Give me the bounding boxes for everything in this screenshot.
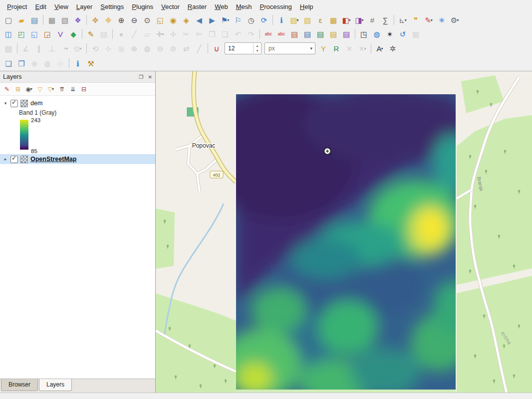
identify-features[interactable]: ℹ xyxy=(275,14,287,26)
spin-down-button[interactable]: ▾ xyxy=(254,48,261,53)
copy-style[interactable]: ❏ xyxy=(2,57,14,69)
common-angle-snapping-dropdown-arrow[interactable]: ▾ xyxy=(66,46,68,51)
new-print-layout[interactable]: ▦ xyxy=(46,14,58,26)
select-features-dropdown-arrow[interactable]: ▾ xyxy=(297,18,299,22)
new-geopackage-layer[interactable]: ◆ xyxy=(67,28,79,40)
open-data-source-manager[interactable]: ◫ xyxy=(2,28,14,40)
vertex-tool-dropdown-arrow[interactable]: ▾ xyxy=(162,32,164,36)
style-manager[interactable]: ❖ xyxy=(72,14,84,26)
pin-labels[interactable]: ▤ xyxy=(288,28,300,40)
pan-to-selection[interactable]: ✥ xyxy=(102,14,114,26)
layer-row-openstreetmap[interactable]: ▸ OpenStreetMap xyxy=(0,154,155,164)
add-raster-layer[interactable]: ◱ xyxy=(28,28,40,40)
plugin-reload[interactable]: ↺ xyxy=(397,28,409,40)
dem-expander-icon[interactable]: ▾ xyxy=(3,101,8,106)
dock-float-button[interactable]: ❐ xyxy=(139,74,143,80)
menu-layer[interactable]: Layer xyxy=(72,1,97,12)
zoom-to-selection[interactable]: ◉ xyxy=(167,14,179,26)
osm-layer-label[interactable]: OpenStreetMap xyxy=(30,156,76,163)
tab-browser[interactable]: Browser xyxy=(1,379,38,391)
menu-edit[interactable]: Edit xyxy=(31,1,50,12)
select-features[interactable]: ▧▾ xyxy=(288,14,300,26)
zoom-next[interactable]: ▶ xyxy=(206,14,218,26)
rotate-label[interactable]: ▤ xyxy=(327,28,339,40)
map-canvas[interactable]: 402 Popovac Branja Krčina xyxy=(156,71,532,393)
enable-snapping[interactable]: ∪ xyxy=(211,42,223,54)
zoom-out[interactable]: ⊖ xyxy=(128,14,140,26)
menu-vector[interactable]: Vector xyxy=(157,1,184,12)
menu-plugins[interactable]: Plugins xyxy=(128,1,157,12)
filter-by-expression-dropdown-arrow[interactable]: ▾ xyxy=(52,87,54,91)
move-label-tool[interactable]: Y xyxy=(317,42,329,54)
statistical-summary[interactable]: ∑ xyxy=(379,14,391,26)
manage-map-themes[interactable]: ◉▾ xyxy=(24,84,34,94)
measure[interactable]: ⊾▾ xyxy=(397,14,409,26)
new-spatial-bookmark[interactable]: ⚑▾ xyxy=(219,14,231,26)
add-vector-layer[interactable]: ◰ xyxy=(15,28,27,40)
move-label[interactable]: ▤ xyxy=(314,28,326,40)
spin-up-button[interactable]: ▴ xyxy=(254,43,261,48)
open-layer-styling-panel[interactable]: ✎ xyxy=(2,84,12,94)
osm-expander-icon[interactable]: ▸ xyxy=(3,157,8,162)
filter-legend[interactable]: ▽ xyxy=(35,84,45,94)
annotation-toolbar-dropdown-arrow[interactable]: ▾ xyxy=(431,18,433,22)
menu-web[interactable]: Web xyxy=(211,1,232,12)
deselect-features[interactable]: ▨ xyxy=(301,14,313,26)
clear-unplaced-labels-dropdown-arrow[interactable]: ▾ xyxy=(364,46,366,51)
change-label-properties[interactable]: ▤ xyxy=(340,28,352,40)
zoom-last[interactable]: ◀ xyxy=(193,14,205,26)
project-properties-wrench[interactable]: ⚒ xyxy=(85,57,97,69)
font-size-spinbox[interactable]: 12 ▴ ▾ xyxy=(225,42,262,54)
new-map-view[interactable]: ◧▾ xyxy=(340,14,352,26)
zoom-to-layer[interactable]: ◈ xyxy=(180,14,192,26)
layer-labeling-options[interactable]: abc xyxy=(263,28,274,40)
zoom-native[interactable]: ⊙ xyxy=(141,14,153,26)
show-layout-manager[interactable]: ▧ xyxy=(59,14,71,26)
new-3d-map-view-dropdown-arrow[interactable]: ▾ xyxy=(362,18,364,22)
zoom-full[interactable]: ◱ xyxy=(154,14,166,26)
new-project[interactable]: ▢ xyxy=(2,14,14,26)
menu-mesh[interactable]: Mesh xyxy=(232,1,256,12)
zoom-in[interactable]: ⊕ xyxy=(115,14,127,26)
new-shapefile-layer[interactable]: V xyxy=(54,28,66,40)
menu-help[interactable]: Help xyxy=(296,1,317,12)
new-spatial-bookmark-dropdown-arrow[interactable]: ▾ xyxy=(227,18,229,22)
pan-map[interactable]: ✥ xyxy=(89,14,101,26)
osm-visibility-checkbox[interactable] xyxy=(10,156,18,163)
open-attribute-table[interactable]: ▦ xyxy=(327,14,339,26)
remove-layer[interactable]: ⊟ xyxy=(79,84,89,94)
layer-diagram-options[interactable]: abc xyxy=(275,28,287,40)
menu-settings[interactable]: Settings xyxy=(96,1,128,12)
menu-project[interactable]: Project xyxy=(3,1,31,12)
menu-raster[interactable]: Raster xyxy=(184,1,211,12)
filter-by-expression[interactable]: ▽▾ xyxy=(46,84,56,94)
metasearch[interactable]: ◍ xyxy=(371,28,383,40)
options-dropdown-arrow[interactable]: ▾ xyxy=(457,18,459,22)
new-3d-map[interactable]: ◳ xyxy=(358,28,370,40)
map-tips[interactable]: ❞ xyxy=(410,14,422,26)
highlight-pinned-labels[interactable]: ▤ xyxy=(301,28,313,40)
annotation-toolbar[interactable]: ✎▾ xyxy=(423,14,435,26)
options[interactable]: ⚙▾ xyxy=(449,14,461,26)
temporal-controller[interactable]: ◷ xyxy=(245,14,257,26)
menu-view[interactable]: View xyxy=(50,1,72,12)
measure-dropdown-arrow[interactable]: ▾ xyxy=(405,18,407,22)
dock-close-button[interactable]: ✕ xyxy=(148,74,152,80)
add-group[interactable]: ⊞ xyxy=(13,84,23,94)
open-project[interactable]: ▰ xyxy=(15,14,27,26)
layer-row-dem[interactable]: ▾ dem xyxy=(0,98,155,108)
construction-guides-dropdown-arrow[interactable]: ▾ xyxy=(80,46,82,51)
show-spatial-bookmarks[interactable]: ⚐ xyxy=(232,14,244,26)
unit-combobox[interactable]: px ▾ xyxy=(265,42,315,54)
tab-layers[interactable]: Layers xyxy=(39,379,72,391)
new-3d-map-view[interactable]: ◨▾ xyxy=(353,14,365,26)
text-annotation-dropdown-arrow[interactable]: ▾ xyxy=(381,46,383,51)
text-annotation[interactable]: A▾ xyxy=(374,42,386,54)
run-feature-action[interactable]: R xyxy=(330,42,342,54)
menu-processing[interactable]: Processing xyxy=(256,1,295,12)
add-mesh-layer[interactable]: ◲ xyxy=(41,28,53,40)
edit-annotation-pointer[interactable]: ✲ xyxy=(387,42,399,54)
toggle-editing[interactable]: ✎ xyxy=(85,28,97,40)
new-map-view-dropdown-arrow[interactable]: ▾ xyxy=(349,18,351,22)
select-by-expression[interactable]: ε xyxy=(314,14,326,26)
